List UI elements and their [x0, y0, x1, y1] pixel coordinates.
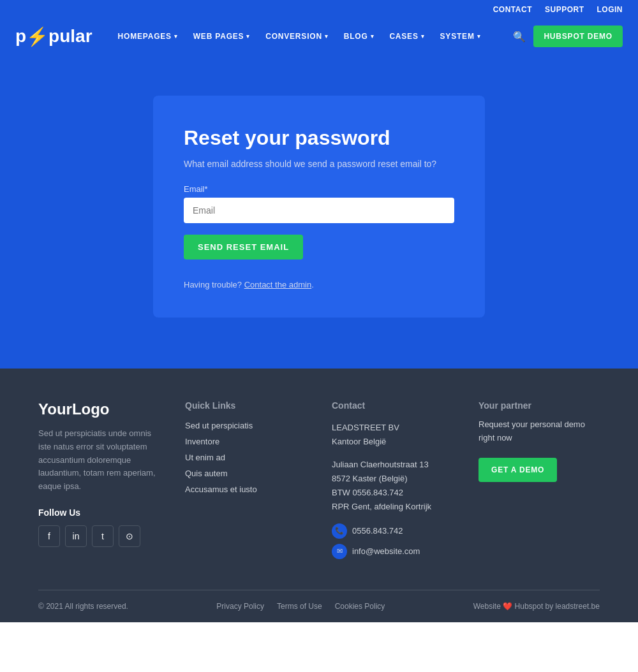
email-field[interactable] [184, 198, 454, 223]
footer-top: YourLogo Sed ut perspiciatis unde omnis … [38, 400, 600, 590]
chevron-down-icon: ▾ [371, 33, 375, 40]
send-reset-button[interactable]: SEND RESET EMAIL [184, 235, 303, 259]
privacy-policy-link[interactable]: Privacy Policy [216, 602, 264, 611]
partner-desc: Request your personal demo right now [478, 418, 600, 445]
linkedin-icon[interactable]: in [65, 525, 87, 547]
email-label: Email* [184, 184, 454, 194]
get-demo-button[interactable]: GET A DEMO [478, 458, 557, 482]
quicklink-3[interactable]: Ut enim ad [185, 453, 306, 462]
follow-us-label: Follow Us [38, 508, 160, 518]
footer-col-brand: YourLogo Sed ut perspiciatis unde omnis … [38, 400, 160, 564]
chevron-down-icon: ▾ [174, 33, 178, 40]
instagram-icon[interactable]: ⊙ [119, 525, 140, 547]
quicklink-1[interactable]: Sed ut perspiciatis [185, 421, 306, 430]
trouble-text: Having trouble? Contact the admin. [184, 280, 454, 289]
contact-email: info@website.com [352, 546, 420, 556]
cookies-policy-link[interactable]: Cookies Policy [335, 602, 385, 611]
credit-text: Website ❤️ Hubspot by leadstreet.be [473, 602, 600, 611]
terms-of-use-link[interactable]: Terms of Use [277, 602, 322, 611]
social-icons: f in t ⊙ [38, 525, 160, 547]
chevron-down-icon: ▾ [421, 33, 425, 40]
contact-title: Contact [332, 400, 453, 411]
hubspot-demo-button[interactable]: HUBSPOT DEMO [533, 26, 623, 47]
quicklink-2[interactable]: Inventore [185, 437, 306, 446]
logo-bolt: ⚡ [26, 26, 48, 47]
login-link[interactable]: LOGIN [597, 5, 623, 14]
footer-col-contact: Contact LEADSTREET BVKantoor België Juli… [332, 400, 453, 564]
contact-phone-row: 📞 0556.843.742 [332, 523, 453, 539]
navbar: p⚡pular HOMEPAGES ▾ WEB PAGES ▾ CONVERSI… [0, 19, 638, 57]
footer-bottom-links: Privacy Policy Terms of Use Cookies Poli… [216, 602, 385, 611]
copyright: © 2021 All rights reserved. [38, 602, 128, 611]
reset-subtitle: What email address should we send a pass… [184, 159, 454, 169]
reset-card: Reset your password What email address s… [153, 96, 485, 318]
contact-address: Juliaan Claerhoutstraat 13 8572 Kaster (… [332, 458, 453, 514]
email-icon: ✉ [332, 544, 347, 559]
nav-webpages[interactable]: WEB PAGES ▾ [187, 28, 256, 45]
quicklinks-title: Quick Links [185, 400, 306, 411]
nav-right: 🔍 HUBSPOT DEMO [513, 26, 623, 47]
nav-links: HOMEPAGES ▾ WEB PAGES ▾ CONVERSION ▾ BLO… [112, 28, 514, 45]
nav-blog[interactable]: BLOG ▾ [338, 28, 381, 45]
contact-link[interactable]: CONTACT [493, 5, 532, 14]
contact-email-row: ✉ info@website.com [332, 544, 453, 559]
chevron-down-icon: ▾ [325, 33, 329, 40]
phone-icon: 📞 [332, 523, 347, 539]
nav-system[interactable]: SYSTEM ▾ [434, 28, 487, 45]
footer-col-quicklinks: Quick Links Sed ut perspiciatis Inventor… [185, 400, 306, 564]
search-icon[interactable]: 🔍 [513, 31, 526, 43]
contact-company: LEADSTREET BVKantoor België [332, 421, 453, 449]
contact-phone: 0556.843.742 [352, 526, 403, 536]
footer-col-partner: Your partner Request your personal demo … [478, 400, 600, 564]
chevron-down-icon: ▾ [477, 33, 481, 40]
nav-cases[interactable]: CASES ▾ [383, 28, 431, 45]
footer: YourLogo Sed ut perspiciatis unde omnis … [0, 369, 638, 622]
nav-homepages[interactable]: HOMEPAGES ▾ [112, 28, 184, 45]
chevron-down-icon: ▾ [246, 33, 250, 40]
facebook-icon[interactable]: f [38, 525, 60, 547]
twitter-icon[interactable]: t [92, 525, 114, 547]
quicklink-5[interactable]: Accusamus et iusto [185, 485, 306, 494]
contact-admin-link[interactable]: Contact the admin [244, 280, 312, 289]
nav-conversion[interactable]: CONVERSION ▾ [259, 28, 335, 45]
footer-bottom: © 2021 All rights reserved. Privacy Poli… [38, 590, 600, 622]
logo[interactable]: p⚡pular [15, 26, 93, 47]
partner-title: Your partner [478, 400, 600, 411]
footer-desc: Sed ut perspiciatis unde omnis iste natu… [38, 427, 160, 493]
top-bar: CONTACT SUPPORT LOGIN [0, 0, 638, 19]
reset-title: Reset your password [184, 126, 454, 150]
quicklink-4[interactable]: Quis autem [185, 469, 306, 478]
hero-section: Reset your password What email address s… [0, 57, 638, 369]
heart-icon: ❤️ [503, 602, 512, 611]
footer-logo: YourLogo [38, 400, 160, 418]
support-link[interactable]: SUPPORT [545, 5, 584, 14]
